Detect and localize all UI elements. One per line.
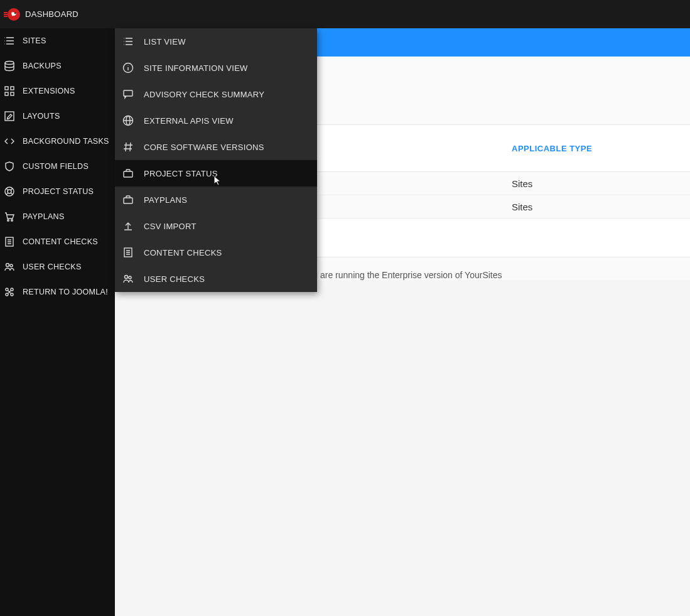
- hash-icon: [122, 141, 134, 153]
- sidebar: SITES BACKUPS EXTENSIONS LAYOUTS BACKGRO…: [0, 28, 115, 616]
- submenu-item-user-checks[interactable]: USER CHECKS: [115, 266, 317, 292]
- svg-point-17: [6, 293, 8, 296]
- cell-applicable-type: Sites: [512, 178, 532, 189]
- sidebar-item-custom-fields[interactable]: CUSTOM FIELDS: [0, 154, 115, 179]
- info-icon: [122, 62, 134, 73]
- sidebar-item-user-checks[interactable]: USER CHECKS: [0, 254, 115, 279]
- svg-rect-4: [11, 87, 14, 90]
- svg-point-16: [11, 288, 13, 291]
- submenu-item-label: PAYPLANS: [144, 195, 187, 205]
- users-icon: [4, 261, 15, 273]
- submenu-item-site-information-view[interactable]: SITE INFORMATION VIEW: [115, 55, 317, 81]
- sidebar-item-label: SITES: [23, 36, 46, 45]
- svg-point-13: [6, 264, 9, 267]
- sidebar-item-label: PROJECT STATUS: [23, 187, 94, 196]
- svg-point-15: [6, 288, 8, 291]
- upload-icon: [122, 220, 134, 232]
- submenu-item-label: PROJECT STATUS: [144, 169, 218, 178]
- column-header-applicable-type[interactable]: APPLICABLE TYPE: [512, 144, 592, 153]
- svg-point-14: [10, 264, 13, 267]
- svg-point-18: [11, 293, 13, 296]
- shield-icon: [4, 161, 15, 172]
- svg-rect-6: [11, 92, 14, 95]
- sidebar-item-label: BACKGROUND TASKS: [23, 137, 109, 146]
- svg-point-10: [8, 220, 9, 222]
- cart-icon: [4, 211, 15, 222]
- edit-icon: [4, 111, 15, 122]
- sidebar-item-return-to-joomla[interactable]: RETURN TO JOOMLA!: [0, 279, 115, 305]
- database-icon: [4, 60, 15, 72]
- sidebar-item-background-tasks[interactable]: BACKGROUND TASKS: [0, 129, 115, 154]
- svg-point-2: [5, 62, 14, 65]
- submenu-item-label: ADVISORY CHECK SUMMARY: [144, 90, 264, 99]
- submenu-flyout: LIST VIEW SITE INFORMATION VIEW ADVISORY…: [115, 28, 317, 292]
- page-title: DASHBOARD: [25, 9, 78, 19]
- submenu-item-advisory-check-summary[interactable]: ADVISORY CHECK SUMMARY: [115, 81, 317, 107]
- submenu-item-project-status[interactable]: PROJECT STATUS: [115, 160, 317, 186]
- submenu-item-content-checks[interactable]: CONTENT CHECKS: [115, 239, 317, 266]
- briefcase-icon: [122, 168, 134, 179]
- chat-icon: [122, 89, 134, 100]
- cell-applicable-type: Sites: [512, 202, 532, 212]
- sidebar-item-backups[interactable]: BACKUPS: [0, 53, 115, 78]
- joomla-icon: [4, 286, 15, 298]
- submenu-item-label: EXTERNAL APIS VIEW: [144, 116, 234, 126]
- sidebar-item-payplans[interactable]: PAYPLANS: [0, 204, 115, 229]
- svg-rect-23: [124, 171, 132, 177]
- svg-rect-7: [5, 112, 14, 121]
- sidebar-item-project-status[interactable]: PROJECT STATUS: [0, 179, 115, 204]
- sidebar-item-content-checks[interactable]: CONTENT CHECKS: [0, 229, 115, 254]
- code-icon: [4, 136, 15, 147]
- submenu-item-payplans[interactable]: PAYPLANS: [115, 186, 317, 213]
- sidebar-item-label: EXTENSIONS: [23, 87, 75, 95]
- submenu-item-label: SITE INFORMATION VIEW: [144, 63, 248, 73]
- svg-rect-3: [5, 87, 8, 90]
- list-icon: [4, 35, 15, 46]
- svg-point-9: [8, 190, 11, 193]
- submenu-item-label: CORE SOFTWARE VERSIONS: [144, 143, 264, 152]
- sidebar-item-label: BACKUPS: [23, 62, 62, 70]
- list-icon: [122, 36, 134, 47]
- svg-rect-5: [5, 92, 8, 95]
- svg-point-1: [14, 12, 16, 13]
- submenu-item-label: LIST VIEW: [144, 37, 186, 46]
- sidebar-item-label: LAYOUTS: [23, 112, 60, 121]
- svg-rect-24: [124, 198, 132, 203]
- sidebar-item-label: RETURN TO JOOMLA!: [23, 288, 108, 296]
- users-icon: [122, 273, 134, 284]
- grid-icon: [4, 85, 15, 97]
- submenu-item-label: CONTENT CHECKS: [144, 248, 222, 257]
- submenu-item-core-software-versions[interactable]: CORE SOFTWARE VERSIONS: [115, 134, 317, 160]
- briefcase-icon: [122, 194, 134, 205]
- svg-point-27: [129, 276, 131, 279]
- app-logo: [3, 6, 21, 23]
- submenu-item-list-view[interactable]: LIST VIEW: [115, 28, 317, 55]
- submenu-item-label: CSV IMPORT: [144, 222, 197, 231]
- svg-point-11: [11, 220, 13, 222]
- sidebar-item-sites[interactable]: SITES: [0, 28, 115, 53]
- sidebar-item-label: PAYPLANS: [23, 212, 65, 221]
- topbar: DASHBOARD: [0, 0, 690, 28]
- submenu-item-label: USER CHECKS: [144, 274, 205, 284]
- document-icon: [122, 247, 134, 258]
- sidebar-item-label: USER CHECKS: [23, 262, 82, 271]
- svg-point-26: [125, 276, 128, 279]
- sidebar-item-label: CUSTOM FIELDS: [23, 162, 89, 171]
- svg-rect-20: [124, 90, 132, 96]
- submenu-item-csv-import[interactable]: CSV IMPORT: [115, 213, 317, 239]
- lifebuoy-icon: [4, 186, 15, 197]
- submenu-item-external-apis-view[interactable]: EXTERNAL APIS VIEW: [115, 107, 317, 134]
- globe-icon: [122, 115, 134, 126]
- sidebar-item-extensions[interactable]: EXTENSIONS: [0, 78, 115, 104]
- document-icon: [4, 236, 15, 247]
- sidebar-item-layouts[interactable]: LAYOUTS: [0, 104, 115, 129]
- sidebar-item-label: CONTENT CHECKS: [23, 237, 98, 246]
